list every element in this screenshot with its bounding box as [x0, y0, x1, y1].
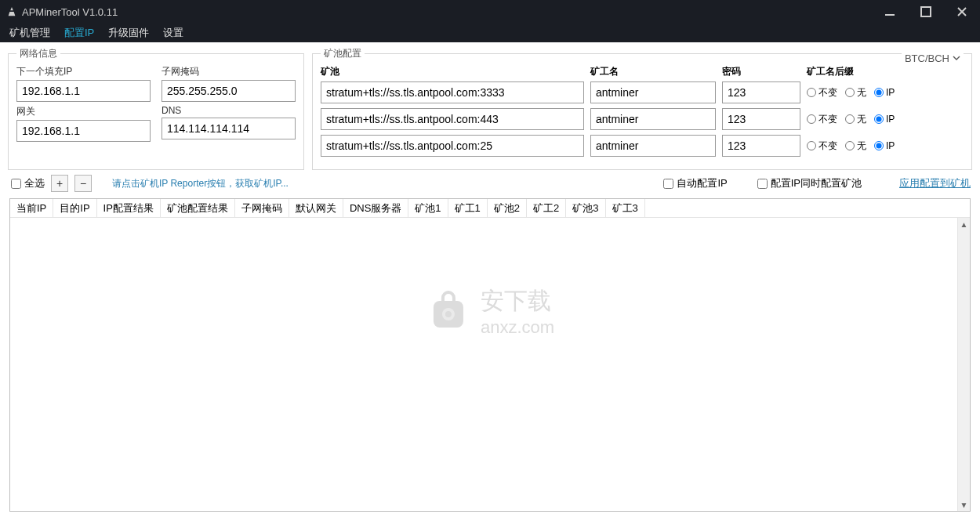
gateway-label: 网关	[16, 105, 151, 118]
suffix-ip-2[interactable]: IP	[874, 114, 895, 125]
pool-worker-input-3[interactable]	[590, 135, 716, 157]
th-worker3[interactable]: 矿工3	[606, 199, 645, 217]
svg-point-5	[442, 308, 455, 320]
coin-label: BTC/BCH	[905, 52, 949, 64]
suffix-nochange-1[interactable]: 不变	[807, 86, 837, 100]
th-worker1[interactable]: 矿工1	[448, 199, 488, 217]
svg-rect-1	[921, 7, 931, 16]
suffix-none-2[interactable]: 无	[845, 113, 866, 126]
suffix-radios-3: 不变 无 IP	[807, 139, 964, 153]
suffix-ip-3[interactable]: IP	[874, 140, 895, 151]
pool-row: 不变 无 IP	[321, 81, 964, 103]
select-all-checkbox[interactable]: 全选	[11, 176, 45, 190]
dns-label: DNS	[162, 105, 296, 116]
th-ip-result[interactable]: IP配置结果	[97, 199, 161, 217]
suffix-radios-1: 不变 无 IP	[807, 86, 964, 100]
menu-miner-manage[interactable]: 矿机管理	[9, 26, 50, 40]
next-ip-input[interactable]	[16, 80, 151, 102]
suffix-radios-2: 不变 无 IP	[807, 113, 964, 126]
pool-row: 不变 无 IP	[321, 135, 964, 157]
subnet-label: 子网掩码	[162, 65, 296, 78]
suffix-nochange-3[interactable]: 不变	[807, 139, 837, 153]
col-suffix: 矿工名后缀	[807, 65, 964, 78]
network-legend: 网络信息	[16, 47, 60, 60]
coin-select[interactable]: BTC/BCH	[902, 52, 964, 64]
remove-button[interactable]: −	[74, 175, 92, 192]
watermark: 安下载 anxz.com	[426, 287, 554, 338]
watermark-name: 安下载	[481, 288, 551, 313]
pool-config-group: 矿池配置 BTC/BCH 矿池 矿工名 密码 矿工名后缀 不变 无 IP	[312, 47, 972, 170]
close-button[interactable]	[944, 0, 980, 24]
pool-url-input-2[interactable]	[321, 108, 584, 130]
th-pool2[interactable]: 矿池2	[488, 199, 527, 217]
vertical-scrollbar[interactable]: ▲ ▼	[957, 218, 970, 511]
maximize-button[interactable]	[908, 0, 944, 24]
minimize-button[interactable]	[872, 0, 908, 24]
window-title: APMinerTool V1.0.11	[22, 6, 118, 18]
th-worker2[interactable]: 矿工2	[527, 199, 566, 217]
th-pool3[interactable]: 矿池3	[566, 199, 605, 217]
col-password: 密码	[722, 65, 800, 78]
col-worker: 矿工名	[590, 65, 716, 78]
th-target-ip[interactable]: 目的IP	[53, 199, 96, 217]
svg-rect-4	[434, 301, 463, 328]
action-toolbar: 全选 + − 请点击矿机IP Reporter按钮，获取矿机IP... 自动配置…	[0, 173, 980, 198]
th-current-ip[interactable]: 当前IP	[10, 199, 53, 217]
pool-worker-input-2[interactable]	[590, 108, 716, 130]
apply-config-link[interactable]: 应用配置到矿机	[899, 176, 971, 190]
config-pool-too-checkbox[interactable]: 配置IP同时配置矿池	[757, 176, 862, 190]
pool-url-input-3[interactable]	[321, 135, 584, 157]
dns-input[interactable]	[162, 118, 296, 139]
reporter-hint: 请点击矿机IP Reporter按钮，获取矿机IP...	[112, 177, 289, 190]
suffix-none-1[interactable]: 无	[845, 86, 866, 100]
titlebar: APMinerTool V1.0.11	[0, 0, 980, 24]
th-dns[interactable]: DNS服务器	[343, 199, 408, 217]
th-pool-result[interactable]: 矿池配置结果	[161, 199, 235, 217]
next-ip-label: 下一个填充IP	[16, 65, 151, 78]
miner-table: 当前IP 目的IP IP配置结果 矿池配置结果 子网掩码 默认网关 DNS服务器…	[9, 198, 971, 512]
suffix-none-3[interactable]: 无	[845, 139, 866, 153]
add-button[interactable]: +	[51, 175, 68, 192]
watermark-url: anxz.com	[481, 318, 554, 336]
pool-worker-input-1[interactable]	[590, 81, 716, 103]
network-info-group: 网络信息 下一个填充IP 子网掩码 网关 DNS	[8, 47, 304, 170]
pool-password-input-2[interactable]	[722, 108, 800, 130]
subnet-input[interactable]	[162, 80, 296, 102]
app-logo-icon	[6, 6, 17, 17]
lock-bag-icon	[426, 287, 471, 338]
menu-upgrade-firmware[interactable]: 升级固件	[108, 26, 149, 40]
th-gateway[interactable]: 默认网关	[289, 199, 343, 217]
th-pool1[interactable]: 矿池1	[408, 199, 448, 217]
col-pool: 矿池	[321, 65, 584, 78]
chevron-down-icon	[953, 52, 960, 64]
pool-password-input-3[interactable]	[722, 135, 800, 157]
th-subnet[interactable]: 子网掩码	[235, 199, 289, 217]
minus-icon: −	[80, 177, 86, 190]
gateway-input[interactable]	[16, 120, 151, 142]
menubar: 矿机管理 配置IP 升级固件 设置	[0, 24, 980, 42]
suffix-ip-1[interactable]: IP	[874, 87, 895, 98]
svg-point-6	[445, 311, 452, 317]
pool-password-input-1[interactable]	[722, 81, 800, 103]
menu-config-ip[interactable]: 配置IP	[64, 26, 94, 40]
menu-settings[interactable]: 设置	[163, 26, 183, 40]
table-body: 安下载 anxz.com	[10, 218, 970, 511]
scroll-down-icon[interactable]: ▼	[958, 498, 970, 511]
scroll-up-icon[interactable]: ▲	[958, 218, 970, 230]
suffix-nochange-2[interactable]: 不变	[807, 113, 837, 126]
auto-config-checkbox[interactable]: 自动配置IP	[663, 176, 727, 190]
plus-icon: +	[56, 177, 63, 190]
pool-url-input-1[interactable]	[321, 81, 584, 103]
pool-legend: 矿池配置	[321, 47, 365, 60]
table-header-row: 当前IP 目的IP IP配置结果 矿池配置结果 子网掩码 默认网关 DNS服务器…	[10, 199, 970, 218]
pool-row: 不变 无 IP	[321, 108, 964, 130]
